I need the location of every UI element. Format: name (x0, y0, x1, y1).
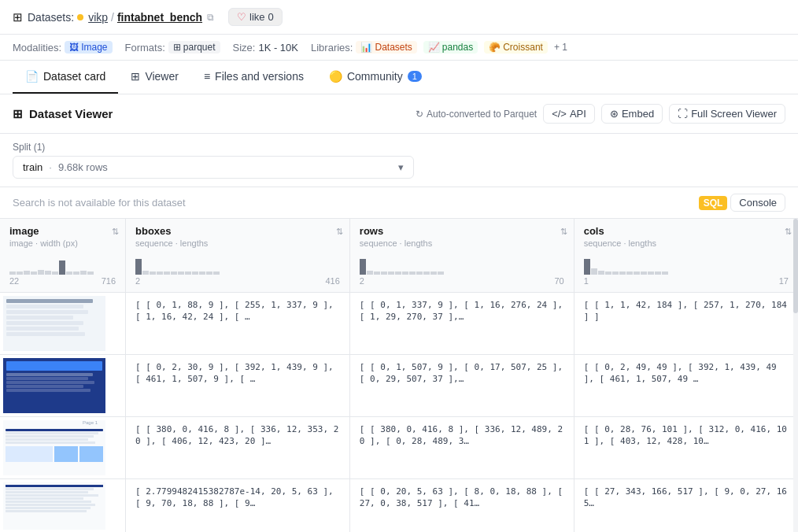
rows-text-3: [ [ 380, 0, 416, 8 ], [ 336, 12, 489, 20… (360, 424, 563, 446)
api-label: API (570, 108, 586, 120)
table-row: [ [ 0, 1, 88, 9 ], [ 255, 1, 337, 9 ], [… (0, 293, 798, 355)
lib-croissant-badge: 🥐 Croissant (484, 41, 548, 54)
like-count: 0 (268, 11, 274, 23)
bboxes-cell-3: [ [ 380, 0, 416, 8 ], [ 336, 12, 353, 20… (126, 417, 350, 479)
sort-icon-bboxes[interactable]: ⇅ (336, 227, 343, 237)
files-icon: ≡ (204, 70, 210, 83)
data-table: image image · width (px) (0, 219, 798, 532)
copy-icon[interactable]: ⧉ (207, 12, 214, 23)
sql-console: SQL Console (699, 194, 785, 212)
col-type-rows: sequence · lengths (360, 238, 564, 248)
viewer-title: ⊞ Dataset Viewer (13, 107, 113, 121)
split-name: train (23, 161, 42, 173)
col-header-rows: rows sequence · lengths (349, 219, 574, 293)
breadcrumb-repo[interactable]: fintabnet_bench (117, 11, 202, 24)
cols-text-3: [ [ 0, 28, 76, 101 ], [ 312, 0, 416, 101… (584, 424, 787, 446)
col-type-cols: sequence · lengths (584, 238, 789, 248)
col-header-image: image image · width (px) (0, 219, 126, 293)
size-value: 1K - 10K (258, 42, 298, 54)
fullscreen-label: Full Screen Viewer (691, 108, 777, 120)
meta-bar: Modalities: 🖼 Image Formats: ⊞ parquet S… (0, 35, 798, 61)
heart-icon: ♡ (237, 11, 246, 23)
rows-text-2: [ [ 0, 1, 507, 9 ], [ 0, 17, 507, 25 ], … (360, 362, 563, 384)
tab-dataset-card[interactable]: 📄 Dataset card (13, 61, 118, 94)
split-rows: 9.68k rows (58, 161, 108, 173)
tab-files-label: Files and versions (215, 70, 304, 83)
embed-label: Embed (622, 108, 654, 120)
col-hist-bboxes (135, 251, 340, 275)
rows-cell-4: [ [ 0, 20, 5, 63 ], [ 8, 0, 18, 88 ], [ … (349, 479, 574, 533)
breadcrumb-datasets-label: Datasets: (28, 11, 74, 24)
image-cell-3: Page 1 (0, 417, 126, 479)
like-label: like (249, 11, 265, 23)
data-table-container: image image · width (px) (0, 219, 798, 532)
image-preview-3: Page 1 (3, 420, 105, 475)
tab-community[interactable]: 🟡 Community 1 (316, 61, 434, 94)
fullscreen-button[interactable]: ⛶ Full Screen Viewer (669, 104, 785, 124)
split-dropdown[interactable]: train · 9.68k rows ▾ (13, 156, 414, 179)
lib-plus-badge: + 1 (554, 42, 567, 53)
rows-cell-1: [ [ 0, 1, 337, 9 ], [ 1, 16, 276, 24 ], … (349, 293, 574, 355)
col-range-rows: 2 70 (360, 276, 564, 286)
scrollbar-thumb[interactable] (793, 219, 798, 313)
libraries-label: Libraries: (311, 42, 353, 54)
auto-converted-text: Auto-converted to Parquet (427, 109, 537, 120)
image-cell-1 (0, 293, 126, 355)
rows-text-1: [ [ 0, 1, 337, 9 ], [ 1, 16, 276, 24 ], … (360, 300, 563, 322)
bboxes-cell-4: [ 2.7799482415382787e-14, 20, 5, 63 ], [… (126, 479, 350, 533)
viewer-section: ⊞ Dataset Viewer ↻ Auto-converted to Par… (0, 94, 798, 532)
parquet-icon: ⊞ (173, 42, 181, 53)
rows-cell-2: [ [ 0, 1, 507, 9 ], [ 0, 17, 507, 25 ], … (349, 355, 574, 417)
table-row: Page 1 (0, 417, 798, 479)
top-bar: ⊞ Datasets: vikp / fintabnet_bench ⧉ ♡ l… (0, 0, 798, 35)
rows-cell-3: [ [ 380, 0, 416, 8 ], [ 336, 12, 489, 20… (349, 417, 574, 479)
sort-icon-image[interactable]: ⇅ (112, 227, 119, 237)
modalities-label: Modalities: (13, 42, 61, 54)
bboxes-cell-1: [ [ 0, 1, 88, 9 ], [ 255, 1, 337, 9 ], [… (126, 293, 350, 355)
viewer-title-text: Dataset Viewer (29, 107, 113, 120)
bboxes-text-1: [ [ 0, 1, 88, 9 ], [ 255, 1, 337, 9 ], [… (135, 300, 334, 322)
search-bar: Search is not available for this dataset… (0, 187, 798, 219)
like-button[interactable]: ♡ like 0 (228, 8, 283, 26)
console-button[interactable]: Console (730, 194, 785, 212)
sql-badge: SQL (699, 196, 728, 210)
meta-size: Size: 1K - 10K (233, 42, 299, 54)
split-selector: Split (1) train · 9.68k rows ▾ (0, 134, 798, 187)
embed-button[interactable]: ⊛ Embed (601, 104, 663, 124)
viewer-actions: ↻ Auto-converted to Parquet </> API ⊛ Em… (416, 104, 785, 124)
col-header-bboxes: bboxes sequence · lengths (126, 219, 350, 293)
lib-datasets-badge: 📊 Datasets (356, 41, 416, 54)
sort-icon-rows[interactable]: ⇅ (560, 227, 567, 237)
community-badge: 1 (408, 71, 422, 82)
tab-bar: 📄 Dataset card ⊞ Viewer ≡ Files and vers… (0, 61, 798, 94)
viewer-header: ⊞ Dataset Viewer ↻ Auto-converted to Par… (0, 94, 798, 134)
col-range-cols: 1 17 (584, 276, 789, 286)
col-hist-cols (584, 251, 789, 275)
breadcrumb-user[interactable]: vikp (88, 11, 108, 24)
scrollbar[interactable] (793, 219, 798, 532)
table-row: [ 2.7799482415382787e-14, 20, 5, 63 ], [… (0, 479, 798, 533)
tab-files-versions[interactable]: ≡ Files and versions (191, 61, 316, 94)
tab-viewer-label: Viewer (145, 70, 179, 83)
cols-text-2: [ [ 0, 2, 49, 49 ], [ 392, 1, 439, 49 ],… (584, 362, 777, 384)
lib-pandas-badge: 📈 pandas (423, 41, 478, 54)
user-dot (77, 14, 83, 20)
cols-cell-2: [ [ 0, 2, 49, 49 ], [ 392, 1, 439, 49 ],… (574, 355, 798, 417)
api-button[interactable]: </> API (543, 104, 595, 124)
fullscreen-icon: ⛶ (678, 108, 688, 120)
bboxes-text-4: [ 2.7799482415382787e-14, 20, 5, 63 ], [… (135, 486, 334, 508)
col-type-image: image · width (px) (9, 238, 116, 248)
meta-modalities: Modalities: 🖼 Image (13, 41, 113, 54)
cols-text-1: [ [ 1, 1, 42, 184 ], [ 257, 1, 270, 184 … (584, 300, 787, 322)
auto-converted-link[interactable]: ↻ Auto-converted to Parquet (416, 109, 537, 120)
tab-community-label: Community (347, 70, 403, 83)
tab-viewer[interactable]: ⊞ Viewer (118, 61, 191, 94)
col-hist-rows (360, 251, 564, 275)
sort-icon-cols[interactable]: ⇅ (785, 227, 792, 237)
refresh-icon: ↻ (416, 109, 423, 120)
formats-label: Formats: (125, 42, 165, 54)
modality-image-badge: 🖼 Image (65, 41, 112, 54)
datasets-icon: 📊 (360, 42, 372, 53)
col-name-image: image (9, 225, 116, 237)
col-range-image: 22 716 (9, 276, 116, 286)
